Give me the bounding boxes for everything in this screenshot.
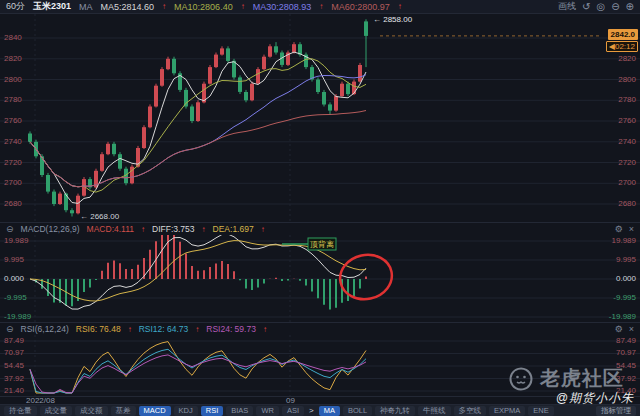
axis-label: 9.995 [4,256,24,264]
axis-label: 21.40 [4,387,24,395]
rsi24-value: RSI24: 59.73 [206,324,256,334]
trading-app-window: 60分 玉米2301 MA MA5:2814.60↑ MA10:2806.40↑… [0,0,640,416]
axis-label: 2680 [4,200,22,208]
indicator-tab-牛熊线[interactable]: 牛熊线 [418,406,451,416]
axis-label: 19.989 [4,237,28,245]
rsi-chart[interactable] [0,335,640,397]
indicator-tab-成交量[interactable]: 成交量 [40,406,73,416]
chart-topbar: 60分 玉米2301 MA MA5:2814.60↑ MA10:2806.40↑… [0,0,640,14]
settings-gear-icon[interactable]: ⚙ [615,324,623,334]
indicator-tab-MA[interactable]: MA [319,406,340,416]
close-pane-icon[interactable]: × [629,324,634,334]
axis-label: 2680 [618,200,636,208]
indicator-tab-BIAS[interactable]: BIAS [226,406,253,416]
up-arrow-icon: ↑ [141,225,145,234]
axis-label: 2700 [618,179,636,187]
settings-gear-icon[interactable]: ⚙ [615,224,623,234]
indicator-tab-持仓量[interactable]: 持仓量 [4,406,37,416]
axis-label: 37.92 [616,375,636,383]
axis-label: 70.97 [616,349,636,357]
axis-label: 87.49 [4,337,24,345]
ma60-value: MA60:2800.97 [331,2,390,12]
axis-label: 70.97 [4,349,24,357]
axis-label: 54.45 [616,362,636,370]
indicator-tab-WR[interactable]: WR [256,406,279,416]
axis-label: 2780 [618,96,636,104]
indicator-tab-基差[interactable]: 基差 [111,406,136,416]
high-price-annotation: ← 2858.00 [373,15,412,24]
axis-label: 2760 [618,117,636,125]
up-arrow-icon: ↑ [241,2,245,11]
current-price-tag: 2842.0 [608,29,638,40]
close-pane-icon[interactable]: × [629,224,634,234]
indicator-tab-ENE[interactable]: ENE [528,406,553,416]
collapse-pane-icon[interactable]: ⊖ [6,224,14,234]
ma-overlay-label[interactable]: MA [79,2,93,12]
axis-label: 0.000 [616,275,636,283]
axis-label: -9.995 [613,294,636,302]
axis-label: 9.995 [616,256,636,264]
indicator-tab-神奇九转[interactable]: 神奇九转 [375,406,415,416]
indicator-tab-ASI[interactable]: ASI [282,406,304,416]
rsi12-value: RSI12: 64.73 [139,324,189,334]
symbol-name: 玉米2301 [33,0,71,13]
up-arrow-icon: ↑ [162,2,166,11]
zoom-out-icon[interactable]: ⊖ [611,1,619,12]
axis-label: 2820 [618,55,636,63]
divergence-flag-label: 顶背离 [309,240,334,249]
indicator-tab-EXPMA[interactable]: EXPMA [489,406,525,416]
bar-countdown: ◀02:12 [606,41,638,52]
zoom-in-icon[interactable]: ⊕ [626,1,634,12]
indicator-toolbar: 持仓量成交量成交额基差MACDKDJRSIBIASWRASI > MABOLL神… [0,404,640,416]
timeline-month-label: 09 [286,397,295,405]
axis-label: 2780 [4,96,22,104]
axis-label: 37.92 [4,375,24,383]
up-arrow-icon: ↑ [202,225,206,234]
axis-label: 87.49 [616,337,636,345]
indicator-tab-BOLL[interactable]: BOLL [343,406,372,416]
collapse-pane-icon[interactable]: ⊖ [6,324,14,334]
axis-label: 2720 [618,159,636,167]
rsi-title[interactable]: RSI(6,12,24) [21,324,69,334]
rsi6-value: RSI6: 76.48 [76,324,121,334]
ma5-value: MA5:2814.60 [101,2,155,12]
diff-value: DIFF:3.753 [152,224,195,234]
indicator-manage-button[interactable]: 指标管理 [596,406,636,416]
candlestick-pane: 284028202800278027602740272027002680 284… [0,14,640,222]
undo-icon[interactable]: ↺ [582,1,590,12]
more-tabs-arrow[interactable]: > [307,406,316,415]
ma10-value: MA10:2806.40 [174,2,233,12]
low-price-annotation: ← 2668.00 [80,212,119,221]
author-watermark: @期货小小朱 [556,390,634,407]
timeline-start-label: 2022/08 [26,397,55,405]
crosshair-icon[interactable]: ◎ [596,1,605,12]
axis-label: -19.989 [609,313,636,321]
macd-pane: ⊖ MACD(12,26,9) MACD:4.111↑ DIFF:3.753↑ … [0,222,640,322]
axis-label: 2740 [4,138,22,146]
time-axis: 2022/08 09 [0,396,640,404]
axis-label: 54.45 [4,362,24,370]
draw-tool-button[interactable]: 画线 [558,0,576,13]
indicator-tab-成交额[interactable]: 成交额 [75,406,108,416]
overlay-tabs: MABOLL神奇九转牛熊线多空线EXPMAENE [319,406,554,416]
macd-header: ⊖ MACD(12,26,9) MACD:4.111↑ DIFF:3.753↑ … [0,223,640,235]
rsi-header: ⊖ RSI(6,12,24) RSI6: 76.48↑ RSI12: 64.73… [0,323,640,335]
axis-label: 2700 [4,179,22,187]
indicator-tab-KDJ[interactable]: KDJ [174,406,198,416]
axis-label: -9.995 [4,294,27,302]
rsi-pane: ⊖ RSI(6,12,24) RSI6: 76.48↑ RSI12: 64.73… [0,322,640,396]
macd-chart[interactable]: 顶背离 [0,235,640,323]
macd-title[interactable]: MACD(12,26,9) [21,224,80,234]
up-arrow-icon: ↑ [263,325,267,334]
timeframe-selector[interactable]: 60分 [6,0,25,13]
up-arrow-icon: ↑ [398,2,402,11]
indicator-tab-MACD[interactable]: MACD [139,406,171,416]
sub-chart-tabs: 持仓量成交量成交额基差MACDKDJRSIBIASWRASI [4,406,304,416]
axis-label: 2840 [4,34,22,42]
indicator-tab-多空线[interactable]: 多空线 [454,406,487,416]
up-arrow-icon: ↑ [195,325,199,334]
kline-chart[interactable] [0,14,640,222]
indicator-tab-RSI[interactable]: RSI [201,406,224,416]
axis-label: 2720 [4,159,22,167]
axis-label: 19.989 [612,237,636,245]
